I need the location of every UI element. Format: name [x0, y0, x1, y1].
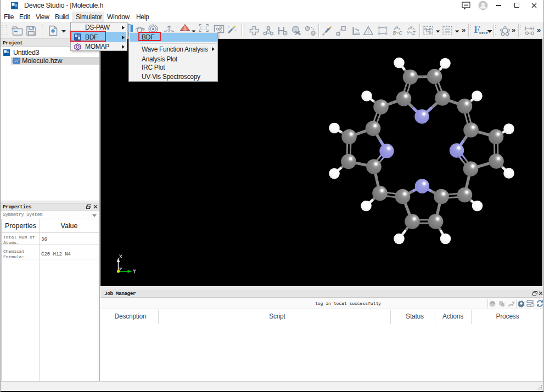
svg-text:Y~Z: Y~Z: [407, 30, 416, 36]
svg-text:A: A: [306, 26, 309, 30]
svg-text:HZW: HZW: [14, 60, 19, 63]
svg-text:X: X: [409, 25, 413, 30]
svg-text:B: B: [312, 31, 315, 35]
svg-text:A: A: [395, 25, 399, 30]
svg-text:B~C: B~C: [393, 30, 403, 36]
